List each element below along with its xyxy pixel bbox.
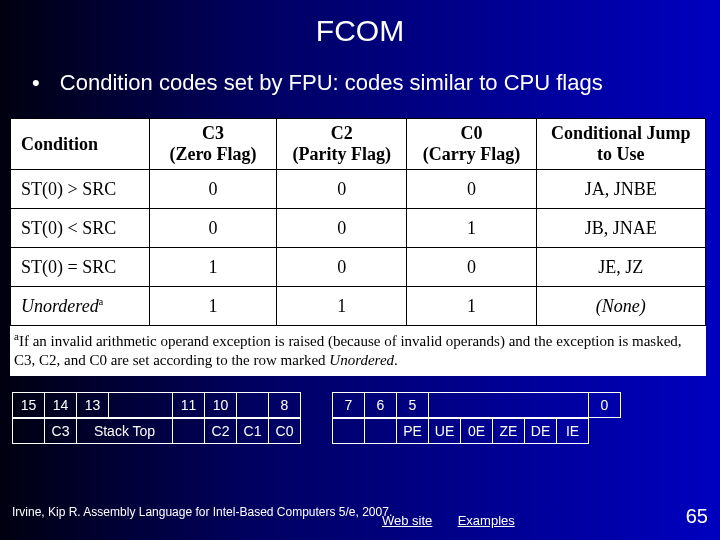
th-c2-sub: (Parity Flag): [283, 144, 400, 165]
bit-0: 0: [589, 392, 621, 417]
slide: FCOM • Condition codes set by FPU: codes…: [0, 0, 720, 540]
bit-15: 15: [13, 392, 45, 417]
field-ie: IE: [557, 418, 589, 443]
table-row: ST(0) > SRC 0 0 0 JA, JNBE: [11, 170, 706, 209]
field-c2: C2: [205, 418, 237, 443]
cell-c3: 1: [149, 287, 277, 326]
cell-c0: 1: [407, 209, 537, 248]
bit-10: 10: [205, 392, 237, 417]
cell-c2: 0: [277, 248, 407, 287]
cell-jump: JB, JNAE: [536, 209, 705, 248]
field-c0: C0: [269, 418, 301, 443]
bit-14: 14: [45, 392, 77, 417]
cell-c3: 1: [149, 248, 277, 287]
bit-5: 5: [397, 392, 429, 417]
cell-jump: (None): [536, 287, 705, 326]
link-web-site[interactable]: Web site: [382, 513, 432, 528]
th-c3: C3 (Zero Flag): [149, 119, 277, 170]
footnote-marker: a: [99, 296, 103, 307]
register-layout: 15 14 13 11 10 8 7 6 5 0 C3 Stack Top: [12, 392, 708, 444]
link-examples[interactable]: Examples: [458, 513, 515, 528]
bit-7: 7: [333, 392, 365, 417]
cell-c2: 0: [277, 170, 407, 209]
bit-8: 8: [269, 392, 301, 417]
footer-citation: Irvine, Kip R. Assembly Language for Int…: [12, 505, 392, 519]
footnote-text-after: .: [394, 352, 398, 368]
cell-c0: 1: [407, 287, 537, 326]
field-ze: ZE: [493, 418, 525, 443]
bit-13: 13: [77, 392, 109, 417]
cell-cond-text: Unordered: [21, 296, 99, 316]
cell-cond: Unordereda: [11, 287, 150, 326]
field-oe: 0E: [461, 418, 493, 443]
field-de: DE: [525, 418, 557, 443]
page-title: FCOM: [0, 0, 720, 48]
bit-gap-12: [109, 392, 173, 417]
field-blank-15: [13, 418, 45, 443]
bit-gap-4-1: [429, 392, 589, 417]
th-c2-main: C2: [331, 123, 353, 143]
th-c3-main: C3: [202, 123, 224, 143]
condition-table: Condition C3 (Zero Flag) C2 (Parity Flag…: [10, 118, 706, 326]
cell-cond: ST(0) < SRC: [11, 209, 150, 248]
cell-c2: 1: [277, 287, 407, 326]
cell-jump: JE, JZ: [536, 248, 705, 287]
th-jump: Conditional Jump to Use: [536, 119, 705, 170]
condition-table-wrap: Condition C3 (Zero Flag) C2 (Parity Flag…: [10, 118, 706, 326]
table-row: ST(0) < SRC 0 0 1 JB, JNAE: [11, 209, 706, 248]
footnote-italic: Unordered: [329, 352, 394, 368]
field-blank-6: [365, 418, 397, 443]
table-header-row: Condition C3 (Zero Flag) C2 (Parity Flag…: [11, 119, 706, 170]
cell-c2: 0: [277, 209, 407, 248]
cell-c0: 0: [407, 248, 537, 287]
register-field-names: C3 Stack Top C2 C1 C0 PE UE 0E ZE DE IE: [12, 418, 589, 444]
th-c0-sub: (Carry Flag): [413, 144, 530, 165]
bullet-dot: •: [32, 70, 40, 96]
bullet-text: Condition codes set by FPU: codes simila…: [60, 70, 603, 95]
cell-c3: 0: [149, 209, 277, 248]
cell-c3: 0: [149, 170, 277, 209]
page-number: 65: [686, 505, 708, 528]
table-row: Unordereda 1 1 1 (None): [11, 287, 706, 326]
bit-gap-9: [237, 392, 269, 417]
th-condition: Condition: [11, 119, 150, 170]
cell-jump-text: (None): [596, 296, 646, 316]
cell-jump: JA, JNBE: [536, 170, 705, 209]
spacer: [301, 418, 333, 443]
cell-c0: 0: [407, 170, 537, 209]
field-blank-7: [333, 418, 365, 443]
field-ue: UE: [429, 418, 461, 443]
th-c3-sub: (Zero Flag): [156, 144, 271, 165]
th-c2: C2 (Parity Flag): [277, 119, 407, 170]
footer-links: Web site Examples: [382, 513, 537, 528]
cell-cond: ST(0) = SRC: [11, 248, 150, 287]
th-c0-main: C0: [460, 123, 482, 143]
field-stack-top: Stack Top: [77, 418, 173, 443]
bit-11: 11: [173, 392, 205, 417]
field-c3: C3: [45, 418, 77, 443]
register-bit-numbers: 15 14 13 11 10 8 7 6 5 0: [12, 392, 621, 418]
field-blank-11: [173, 418, 205, 443]
footnote: aIf an invalid arithmetic operand except…: [10, 326, 706, 376]
field-c1: C1: [237, 418, 269, 443]
cell-cond: ST(0) > SRC: [11, 170, 150, 209]
th-c0: C0 (Carry Flag): [407, 119, 537, 170]
bullet-line: • Condition codes set by FPU: codes simi…: [0, 48, 720, 96]
table-row: ST(0) = SRC 1 0 0 JE, JZ: [11, 248, 706, 287]
field-pe: PE: [397, 418, 429, 443]
spacer: [301, 392, 333, 417]
footer: Irvine, Kip R. Assembly Language for Int…: [12, 505, 708, 528]
bit-6: 6: [365, 392, 397, 417]
